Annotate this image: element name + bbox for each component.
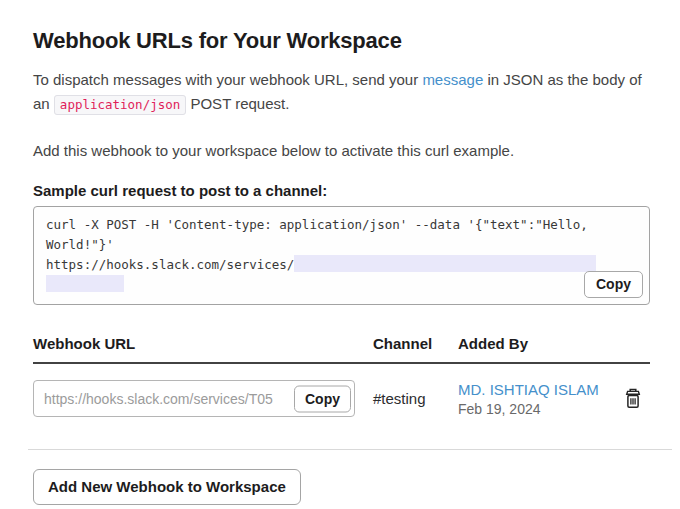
intro-text-1: To dispatch messages with your webhook U… (33, 71, 422, 88)
channel-cell: #testing (373, 390, 458, 407)
header-added-by: Added By (458, 335, 650, 352)
webhook-url-input-wrap: Copy (33, 380, 355, 417)
intro-text-3: POST request. (186, 95, 289, 112)
intro-paragraph: To dispatch messages with your webhook U… (33, 68, 645, 117)
curl-line-1: curl -X POST -H 'Content-type: applicati… (46, 215, 637, 235)
header-webhook-url: Webhook URL (33, 335, 373, 352)
trash-icon (624, 397, 642, 412)
curl-line-3-prefix: https://hooks.slack.com/services/ (46, 257, 294, 272)
added-by-cell: MD. ISHTIAQ ISLAM Feb 19, 2024 (458, 381, 599, 417)
delete-webhook-button[interactable] (624, 388, 642, 409)
curl-copy-button[interactable]: Copy (584, 271, 643, 298)
webhook-settings-page: Webhook URLs for Your Workspace To dispa… (0, 0, 680, 505)
curl-line-2: World!"}' (46, 235, 637, 255)
activate-note: Add this webhook to your workspace below… (33, 141, 650, 161)
redacted-webhook-token-1 (294, 255, 596, 272)
message-docs-link[interactable]: message (422, 71, 483, 88)
webhook-url-cell: Copy (33, 380, 373, 417)
page-title: Webhook URLs for Your Workspace (33, 28, 650, 54)
webhook-url-copy-button[interactable]: Copy (294, 385, 351, 412)
curl-line-3: https://hooks.slack.com/services/ (46, 255, 637, 275)
curl-code-block: curl -X POST -H 'Content-type: applicati… (33, 206, 650, 305)
redacted-webhook-token-2 (46, 275, 124, 292)
add-new-webhook-button[interactable]: Add New Webhook to Workspace (33, 469, 301, 505)
webhooks-table: Webhook URL Channel Added By Copy #testi… (33, 335, 650, 435)
added-by-user-link[interactable]: MD. ISHTIAQ ISLAM (458, 381, 599, 398)
added-date: Feb 19, 2024 (458, 401, 599, 417)
webhook-row: Copy #testing MD. ISHTIAQ ISLAM Feb 19, … (33, 364, 650, 435)
curl-line-4 (46, 275, 637, 295)
header-channel: Channel (373, 335, 458, 352)
content-type-inline-code: application/json (54, 95, 186, 115)
webhooks-table-header: Webhook URL Channel Added By (33, 335, 650, 364)
section-divider (28, 449, 672, 450)
sample-curl-label: Sample curl request to post to a channel… (33, 182, 650, 199)
